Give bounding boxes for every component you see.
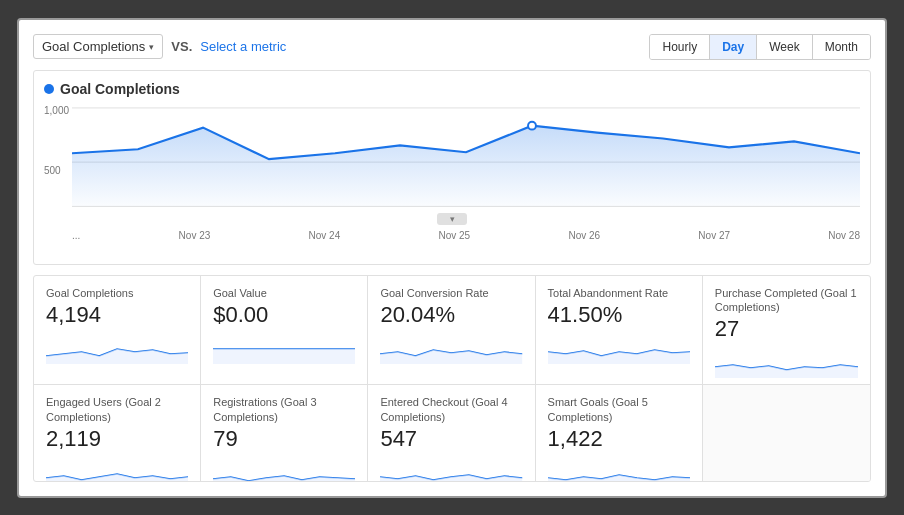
sparkline-entered-checkout [380,458,522,481]
metric-value-goal-value: $0.00 [213,302,355,328]
metric-title-purchase-completed: Purchase Completed (Goal 1 Completions) [715,286,858,315]
metric-title-goal-completions: Goal Completions [46,286,188,300]
metric-value-goal-conversion: 20.04% [380,302,522,328]
metric-value-entered-checkout: 547 [380,426,522,452]
x-label-5: Nov 27 [698,230,730,241]
metrics-row-2: Engaged Users (Goal 2 Completions) 2,119… [34,384,870,481]
metric-card-registrations: Registrations (Goal 3 Completions) 79 [201,384,368,481]
metric-value-smart-goals: 1,422 [548,426,690,452]
metric-title-registrations: Registrations (Goal 3 Completions) [213,395,355,424]
svg-marker-7 [715,365,858,378]
metric-title-smart-goals: Smart Goals (Goal 5 Completions) [548,395,690,424]
metric-card-entered-checkout: Entered Checkout (Goal 4 Completions) 54… [368,384,535,481]
chart-area [72,125,860,206]
sparkline-abandonment [548,334,690,364]
top-bar-left: Goal Completions ▾ VS. Select a metric [33,34,286,59]
metric-title-engaged-users: Engaged Users (Goal 2 Completions) [46,395,188,424]
month-button[interactable]: Month [813,35,870,59]
x-label-0: ... [72,230,80,241]
sparkline-engaged-users [46,458,188,481]
metric-card-goal-conversion: Goal Conversion Rate 20.04% [368,276,535,385]
dropdown-caret-icon: ▾ [149,42,154,52]
chart-title: Goal Completions [60,81,180,97]
sparkline-goal-value [213,334,355,364]
metric-card-engaged-users: Engaged Users (Goal 2 Completions) 2,119 [34,384,201,481]
chart-svg [72,103,860,211]
y-label-500: 500 [44,165,61,176]
metric-value-abandonment: 41.50% [548,302,690,328]
chart-legend: Goal Completions [44,81,860,97]
day-button[interactable]: Day [710,35,757,59]
hourly-button[interactable]: Hourly [650,35,710,59]
metric-select-dropdown[interactable]: Goal Completions ▾ [33,34,163,59]
metric-card-purchase-completed: Purchase Completed (Goal 1 Completions) … [703,276,870,385]
metric-card-smart-goals: Smart Goals (Goal 5 Completions) 1,422 [536,384,703,481]
svg-marker-4 [213,349,355,364]
x-label-1: Nov 23 [179,230,211,241]
svg-marker-3 [46,349,188,364]
top-bar: Goal Completions ▾ VS. Select a metric H… [33,34,871,60]
week-button[interactable]: Week [757,35,812,59]
metric-value-goal-completions: 4,194 [46,302,188,328]
time-period-buttons: Hourly Day Week Month [649,34,871,60]
x-label-2: Nov 24 [309,230,341,241]
main-container: Goal Completions ▾ VS. Select a metric H… [17,18,887,498]
metric-card-empty [703,384,870,481]
sparkline-registrations [213,458,355,481]
chart-wrapper: 1,000 500 [44,103,860,243]
metric-card-goal-completions: Goal Completions 4,194 [34,276,201,385]
metric-select-label: Goal Completions [42,39,145,54]
chart-section: Goal Completions 1,000 500 [33,70,871,265]
vs-label: VS. [171,39,192,54]
x-label-3: Nov 25 [438,230,470,241]
metric-title-goal-conversion: Goal Conversion Rate [380,286,522,300]
metric-value-registrations: 79 [213,426,355,452]
x-label-4: Nov 26 [568,230,600,241]
metric-value-engaged-users: 2,119 [46,426,188,452]
svg-marker-9 [213,476,355,481]
x-label-6: Nov 28 [828,230,860,241]
y-label-1000: 1,000 [44,105,69,116]
sparkline-purchase-completed [715,348,858,378]
metric-title-entered-checkout: Entered Checkout (Goal 4 Completions) [380,395,522,424]
chart-scroll-handle[interactable] [437,213,467,225]
metric-value-purchase-completed: 27 [715,316,858,342]
metrics-row-1: Goal Completions 4,194 Goal Value $0.00 … [34,276,870,385]
sparkline-goal-completions [46,334,188,364]
x-axis-labels: ... Nov 23 Nov 24 Nov 25 Nov 26 Nov 27 N… [72,230,860,241]
metric-title-abandonment: Total Abandonment Rate [548,286,690,300]
metric-title-goal-value: Goal Value [213,286,355,300]
svg-marker-11 [548,475,690,481]
chart-peak-dot [528,121,536,129]
sparkline-smart-goals [548,458,690,481]
select-metric-link[interactable]: Select a metric [200,39,286,54]
metric-card-abandonment: Total Abandonment Rate 41.50% [536,276,703,385]
metrics-container: Goal Completions 4,194 Goal Value $0.00 … [33,275,871,482]
metric-card-goal-value: Goal Value $0.00 [201,276,368,385]
svg-marker-8 [46,474,188,481]
legend-dot-icon [44,84,54,94]
sparkline-goal-conversion [380,334,522,364]
